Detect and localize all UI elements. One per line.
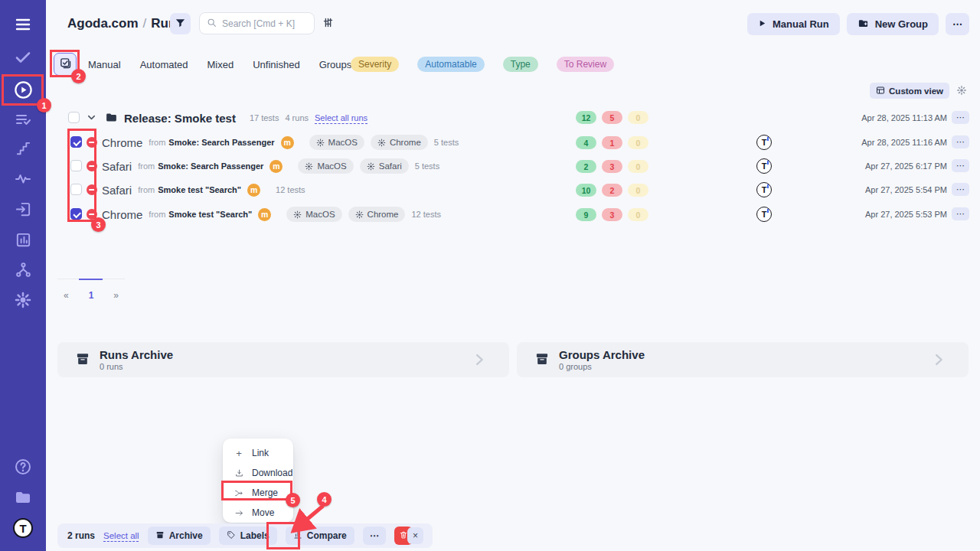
runs-tabs: Manual Automated Mixed Unfinished Groups (88, 59, 351, 70)
tab-groups[interactable]: Groups (319, 59, 352, 70)
run-source: Smoke test "Search" (158, 185, 241, 194)
select-all-link[interactable]: Select all (103, 531, 139, 540)
assignee-avatar[interactable]: T (756, 182, 772, 197)
compare-label: Compare (307, 530, 347, 541)
tab-mixed[interactable]: Mixed (207, 59, 234, 70)
menu-item-move[interactable]: Move (223, 503, 293, 523)
menu-icon[interactable] (0, 14, 46, 35)
avatar-letter: T (762, 138, 767, 147)
chevron-down-icon[interactable] (86, 112, 97, 123)
run-checkbox[interactable] (70, 160, 82, 171)
assignee-avatar[interactable]: T (756, 207, 772, 222)
archive-button[interactable]: Archive (148, 527, 211, 545)
bar-chart-icon (293, 530, 302, 542)
group-name[interactable]: Release: Smoke test (124, 112, 236, 125)
page-current[interactable]: 1 (89, 290, 94, 301)
browser-chip[interactable]: Safari (360, 158, 409, 174)
runs-archive-card[interactable]: Runs Archive 0 runs (57, 342, 509, 377)
filter-automatable[interactable]: Automatable (417, 57, 484, 72)
tab-manual[interactable]: Manual (88, 59, 121, 70)
play-icon (758, 18, 766, 30)
run-row: Chrome from Smoke: Search Passenger m Ma… (0, 131, 980, 154)
custom-view-button[interactable]: Custom view (870, 83, 949, 99)
env-chip[interactable]: MacOS (298, 158, 353, 174)
search-input[interactable] (222, 18, 306, 29)
run-tests-count: 5 tests (434, 138, 459, 147)
help-icon[interactable] (0, 456, 46, 478)
versions-icon[interactable] (0, 259, 46, 280)
assignee-avatar[interactable]: T (756, 135, 772, 150)
run-name[interactable]: Chrome (102, 136, 142, 149)
archive-subtitle: 0 runs (100, 362, 123, 371)
select-all-runs-link[interactable]: Select all runs (315, 113, 368, 122)
test-cases-icon[interactable] (0, 47, 46, 68)
new-group-button[interactable]: New Group (847, 13, 939, 35)
aborted-status-icon (87, 184, 97, 195)
run-tests-count: 12 tests (411, 210, 441, 219)
group-more-button[interactable]: ⋯ (952, 111, 969, 124)
workspace-avatar[interactable]: T (0, 517, 46, 539)
filter-type[interactable]: Type (503, 57, 538, 72)
view-settings-gear-icon[interactable] (956, 85, 967, 99)
env-chip[interactable]: MacOS (286, 207, 341, 222)
manual-mode-badge: m (247, 184, 260, 197)
select-all-toggle-button[interactable] (54, 53, 77, 76)
browser-chip[interactable]: Chrome (371, 135, 428, 150)
passed-count-pill: 4 (576, 136, 596, 149)
menu-item-label: Link (252, 448, 269, 458)
run-result-pills: 9 3 0 (576, 208, 648, 221)
projects-folder-icon[interactable] (0, 487, 46, 508)
assignee-avatar[interactable]: T (756, 158, 772, 174)
manual-run-button[interactable]: Manual Run (747, 13, 840, 35)
compare-button[interactable]: Compare (286, 527, 354, 545)
run-more-button[interactable]: ⋯ (952, 159, 969, 172)
tune-icon[interactable] (322, 17, 334, 31)
menu-item-link[interactable]: + Link (223, 443, 293, 463)
selection-action-bar: 2 runs Select all Archive Labels Compare… (57, 523, 433, 548)
group-checkbox[interactable] (68, 112, 80, 123)
menu-item-merge[interactable]: Merge (223, 483, 293, 503)
run-checkbox[interactable] (70, 136, 82, 148)
settings-icon[interactable] (0, 289, 46, 311)
annotation-number-4: 4 (317, 492, 332, 507)
run-row: Chrome from Smoke test "Search" m MacOS … (0, 203, 980, 226)
run-checkbox[interactable] (70, 184, 82, 195)
search-box[interactable] (199, 12, 315, 34)
merge-icon (234, 488, 244, 498)
archive-box-icon (155, 530, 165, 542)
menu-item-download[interactable]: Download (223, 463, 293, 483)
close-selection-button[interactable]: × (407, 527, 423, 544)
filter-severity[interactable]: Severity (351, 57, 399, 72)
labels-button[interactable]: Labels (219, 527, 277, 545)
blocked-count-pill: 0 (628, 160, 648, 173)
run-more-button[interactable]: ⋯ (952, 183, 969, 196)
run-name[interactable]: Safari (102, 160, 132, 173)
runs-icon[interactable] (0, 79, 46, 100)
filter-button[interactable] (170, 13, 191, 34)
env-chip[interactable]: MacOS (309, 135, 364, 150)
page-next-button[interactable]: » (113, 290, 119, 301)
gear-icon (293, 210, 302, 219)
breadcrumb-project[interactable]: Agoda.com (67, 16, 139, 31)
tab-unfinished[interactable]: Unfinished (253, 59, 299, 70)
groups-archive-card[interactable]: Groups Archive 0 groups (517, 342, 969, 377)
tab-automated[interactable]: Automated (140, 59, 188, 70)
search-icon (207, 17, 217, 31)
reports-icon[interactable] (0, 229, 46, 250)
run-date: Apr 27, 2025 5:54 PM (840, 185, 947, 194)
context-menu: + Link Download Merge Move (223, 439, 293, 523)
run-more-button[interactable]: ⋯ (952, 135, 969, 148)
bulk-more-button[interactable]: ⋯ (363, 527, 386, 545)
manual-mode-badge: m (258, 208, 271, 221)
header-more-button[interactable]: ⋯ (946, 13, 969, 35)
browser-chip[interactable]: Chrome (348, 207, 406, 222)
page-prev-button[interactable]: « (64, 290, 69, 301)
run-name[interactable]: Safari (102, 184, 132, 197)
group-row: Release: Smoke test 17 tests 4 runs Sele… (0, 108, 980, 128)
run-checkbox[interactable] (70, 208, 82, 220)
run-more-button[interactable]: ⋯ (952, 207, 969, 220)
blocked-count-pill: 0 (628, 184, 648, 197)
plus-icon: + (234, 448, 244, 459)
filter-to-review[interactable]: To Review (557, 57, 614, 72)
run-name[interactable]: Chrome (102, 208, 142, 221)
